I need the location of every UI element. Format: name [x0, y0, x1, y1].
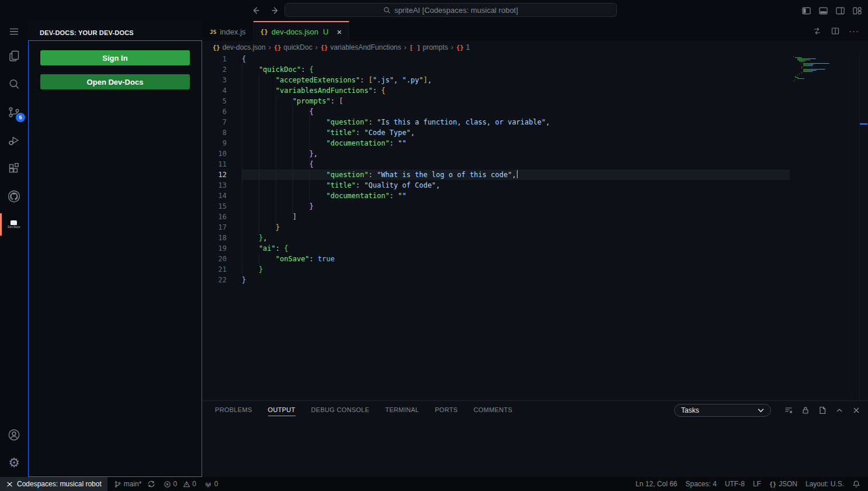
line-content[interactable]: }: [242, 222, 790, 233]
notifications-bell-icon[interactable]: [848, 477, 864, 491]
settings-gear-icon[interactable]: ⚙: [0, 449, 28, 477]
more-actions-icon[interactable]: ···: [849, 28, 859, 34]
forward-arrow-icon[interactable]: [270, 5, 281, 16]
code-line[interactable]: 1{: [203, 54, 790, 64]
code-line[interactable]: 10},: [203, 148, 790, 159]
line-content[interactable]: "onSave": true: [242, 254, 790, 264]
panel-tab-comments[interactable]: COMMENTS: [474, 401, 513, 419]
line-content[interactable]: {: [242, 54, 790, 64]
code-line[interactable]: 20"onSave": true: [203, 254, 790, 264]
code-line[interactable]: 21}: [203, 264, 790, 275]
menu-icon[interactable]: [0, 21, 28, 42]
toggle-panel-icon[interactable]: [818, 5, 828, 16]
breadcrumb-symbol[interactable]: [ ]prompts: [409, 43, 448, 51]
code-line[interactable]: 19"ai": {: [203, 243, 790, 254]
customize-layout-icon[interactable]: [852, 5, 862, 16]
lock-icon[interactable]: [801, 406, 810, 415]
remote-indicator[interactable]: Codespaces: musical robot: [0, 477, 107, 491]
source-control-icon[interactable]: 5: [0, 98, 28, 126]
code-line[interactable]: 5"prompts": [: [203, 96, 790, 106]
close-tab-icon[interactable]: ×: [336, 27, 342, 36]
line-content[interactable]: "ai": {: [242, 243, 790, 254]
keyboard-layout[interactable]: Layout: U.S.: [801, 477, 848, 491]
cursor-position[interactable]: Ln 12, Col 66: [631, 477, 681, 491]
code-line[interactable]: 7"question": "Is this a function, class,…: [203, 117, 790, 127]
indentation[interactable]: Spaces: 4: [682, 477, 721, 491]
open-devdocs-button[interactable]: Open Dev-Docs: [40, 74, 190, 89]
line-content[interactable]: "title": "Quality of Code",: [242, 180, 790, 191]
line-content[interactable]: }: [242, 201, 790, 212]
line-content[interactable]: "acceptedExtensions": [".js", ".py"],: [242, 75, 790, 85]
line-content[interactable]: ]: [242, 212, 790, 222]
code-line[interactable]: 3"acceptedExtensions": [".js", ".py"],: [203, 75, 790, 85]
line-content[interactable]: "documentation": "": [242, 138, 790, 148]
breadcrumb-symbol[interactable]: {}quickDoc: [274, 43, 313, 51]
explorer-icon[interactable]: [0, 42, 28, 70]
code-line[interactable]: 14"documentation": "": [203, 191, 790, 201]
tab-dev-docs-json[interactable]: {} dev-docs.json U ×: [254, 21, 350, 41]
clear-output-icon[interactable]: [784, 406, 793, 415]
code-line[interactable]: 8"title": "Code Type",: [203, 127, 790, 138]
minimap[interactable]: [793, 56, 859, 82]
panel-tab-terminal[interactable]: TERMINAL: [385, 401, 419, 419]
overview-ruler[interactable]: [859, 54, 868, 400]
command-center-search[interactable]: spriteAI [Codespaces: musical robot]: [284, 3, 617, 17]
toggle-sidebar-icon[interactable]: [801, 5, 811, 16]
code-line[interactable]: 22}: [203, 275, 790, 285]
line-content[interactable]: }: [242, 264, 790, 275]
accounts-icon[interactable]: [0, 421, 28, 449]
panel-tab-problems[interactable]: PROBLEMS: [215, 401, 252, 419]
output-channel-select[interactable]: Tasks: [674, 404, 771, 417]
breadcrumb-file[interactable]: {}dev-docs.json: [213, 43, 266, 51]
tab-index-js[interactable]: JS index.js: [203, 21, 254, 41]
split-editor-icon[interactable]: [831, 26, 840, 36]
line-content[interactable]: "quickDoc": {: [242, 64, 790, 75]
code-line[interactable]: 17}: [203, 222, 790, 233]
code-line[interactable]: 18},: [203, 233, 790, 243]
github-icon[interactable]: [0, 182, 28, 210]
line-content[interactable]: {: [242, 106, 790, 117]
code-line[interactable]: 4"variablesAndFunctions": {: [203, 85, 790, 96]
code-line[interactable]: 16]: [203, 212, 790, 222]
search-icon[interactable]: [0, 70, 28, 98]
close-panel-icon[interactable]: [852, 406, 861, 415]
line-content[interactable]: "variablesAndFunctions": {: [242, 85, 790, 96]
code-line[interactable]: 9"documentation": "": [203, 138, 790, 148]
line-content[interactable]: "prompts": [: [242, 96, 790, 106]
eol-sequence[interactable]: LF: [749, 477, 765, 491]
line-content[interactable]: },: [242, 148, 790, 159]
breadcrumb-symbol[interactable]: {}variablesAndFunctions: [321, 43, 401, 51]
code-line[interactable]: 12"question": "What is the log o of this…: [203, 170, 790, 180]
code-editor[interactable]: 1{2"quickDoc": {3"acceptedExtensions": […: [203, 54, 868, 400]
line-content[interactable]: "question": "Is this a function, class, …: [242, 117, 790, 127]
encoding[interactable]: UTF-8: [721, 477, 749, 491]
code-line[interactable]: 11{: [203, 159, 790, 170]
back-arrow-icon[interactable]: [250, 5, 261, 16]
code-line[interactable]: 15}: [203, 201, 790, 212]
breadcrumb-symbol[interactable]: {}1: [456, 43, 470, 51]
code-line[interactable]: 6{: [203, 106, 790, 117]
maximize-panel-icon[interactable]: [835, 406, 844, 415]
open-output-in-editor-icon[interactable]: [818, 406, 827, 415]
branch-indicator[interactable]: main*: [110, 477, 160, 491]
run-debug-icon[interactable]: [0, 126, 28, 154]
line-content[interactable]: {: [242, 159, 790, 170]
panel-tab-debug-console[interactable]: DEBUG CONSOLE: [311, 401, 370, 419]
line-content[interactable]: "question": "What is the log o of this c…: [242, 170, 790, 180]
code-lines[interactable]: 1{2"quickDoc": {3"acceptedExtensions": […: [203, 54, 790, 285]
panel-tab-output[interactable]: OUTPUT: [268, 401, 296, 419]
open-changes-icon[interactable]: [813, 26, 822, 36]
problems-indicator[interactable]: 0 0: [159, 477, 200, 491]
line-content[interactable]: },: [242, 233, 790, 243]
toggle-secondary-sidebar-icon[interactable]: [835, 5, 845, 16]
panel-tab-ports[interactable]: PORTS: [435, 401, 457, 419]
sign-in-button[interactable]: Sign In: [40, 50, 190, 65]
code-line[interactable]: 13"title": "Quality of Code",: [203, 180, 790, 191]
devdocs-extension-icon[interactable]: Dev-Docs: [0, 210, 28, 238]
extensions-icon[interactable]: [0, 154, 28, 182]
code-line[interactable]: 2"quickDoc": {: [203, 64, 790, 75]
line-content[interactable]: }: [242, 275, 790, 285]
language-mode[interactable]: {} JSON: [765, 477, 801, 491]
ports-indicator[interactable]: 0: [200, 477, 223, 491]
line-content[interactable]: "title": "Code Type",: [242, 127, 790, 138]
